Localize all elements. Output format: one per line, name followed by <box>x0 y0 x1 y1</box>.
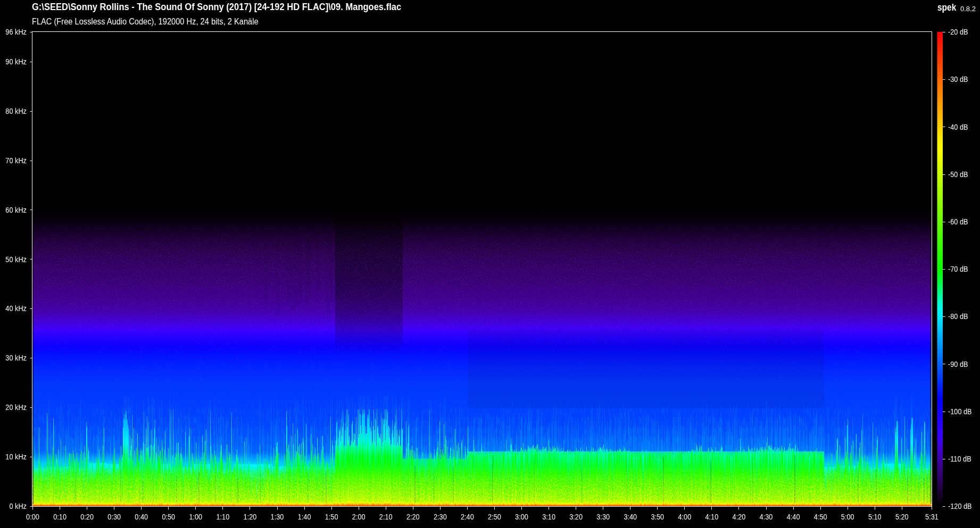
svg-text:-100 dB: -100 dB <box>948 407 972 416</box>
svg-text:5:10: 5:10 <box>868 512 882 521</box>
svg-text:5:31: 5:31 <box>925 512 939 521</box>
svg-text:1:30: 1:30 <box>271 512 284 521</box>
svg-text:1:20: 1:20 <box>244 512 257 521</box>
svg-text:0:30: 0:30 <box>107 512 121 521</box>
svg-text:2:40: 2:40 <box>461 512 474 521</box>
svg-text:0:50: 0:50 <box>162 512 175 521</box>
svg-text:96 kHz: 96 kHz <box>5 27 27 36</box>
svg-text:3:00: 3:00 <box>515 512 528 521</box>
svg-text:-50 dB: -50 dB <box>948 170 968 179</box>
svg-text:2:10: 2:10 <box>379 512 393 521</box>
svg-text:4:40: 4:40 <box>787 512 800 521</box>
svg-text:1:10: 1:10 <box>216 512 229 521</box>
svg-text:-70 dB: -70 dB <box>948 264 968 273</box>
svg-text:4:50: 4:50 <box>814 512 827 521</box>
svg-text:0:00: 0:00 <box>26 512 39 521</box>
svg-text:-30 dB: -30 dB <box>948 74 968 83</box>
svg-text:1:40: 1:40 <box>298 512 311 521</box>
svg-text:70 kHz: 70 kHz <box>5 156 27 165</box>
svg-text:-80 dB: -80 dB <box>948 312 968 321</box>
svg-text:4:10: 4:10 <box>705 512 718 521</box>
svg-text:4:20: 4:20 <box>733 512 746 521</box>
svg-text:-40 dB: -40 dB <box>948 122 968 131</box>
svg-text:40 kHz: 40 kHz <box>5 304 27 313</box>
svg-text:5:20: 5:20 <box>895 512 909 521</box>
svg-text:4:00: 4:00 <box>678 512 691 521</box>
svg-text:0:40: 0:40 <box>135 512 148 521</box>
svg-text:-120 dB: -120 dB <box>948 501 972 510</box>
svg-text:3:20: 3:20 <box>569 512 583 521</box>
svg-text:4:30: 4:30 <box>760 512 773 521</box>
svg-text:30 kHz: 30 kHz <box>5 353 27 362</box>
svg-text:5:00: 5:00 <box>841 512 854 521</box>
svg-text:-90 dB: -90 dB <box>948 359 968 368</box>
svg-text:80 kHz: 80 kHz <box>5 106 27 115</box>
svg-text:0 kHz: 0 kHz <box>9 501 27 510</box>
svg-text:-110 dB: -110 dB <box>948 454 971 463</box>
svg-text:3:50: 3:50 <box>651 512 664 521</box>
svg-text:2:00: 2:00 <box>352 512 366 521</box>
svg-text:2:30: 2:30 <box>434 512 447 521</box>
svg-text:2:50: 2:50 <box>488 512 501 521</box>
svg-text:3:10: 3:10 <box>542 512 555 521</box>
svg-text:1:00: 1:00 <box>189 512 202 521</box>
svg-text:10 kHz: 10 kHz <box>5 452 27 461</box>
svg-text:-20 dB: -20 dB <box>948 27 968 36</box>
svg-text:1:50: 1:50 <box>325 512 338 521</box>
svg-text:2:20: 2:20 <box>406 512 420 521</box>
svg-text:0:20: 0:20 <box>80 512 94 521</box>
svg-text:20 kHz: 20 kHz <box>5 403 27 412</box>
svg-text:3:40: 3:40 <box>624 512 637 521</box>
svg-text:3:30: 3:30 <box>596 512 610 521</box>
svg-text:60 kHz: 60 kHz <box>5 205 27 214</box>
svg-text:90 kHz: 90 kHz <box>5 57 27 66</box>
svg-text:0:10: 0:10 <box>53 512 67 521</box>
svg-text:-60 dB: -60 dB <box>948 217 968 226</box>
svg-text:50 kHz: 50 kHz <box>5 255 27 264</box>
